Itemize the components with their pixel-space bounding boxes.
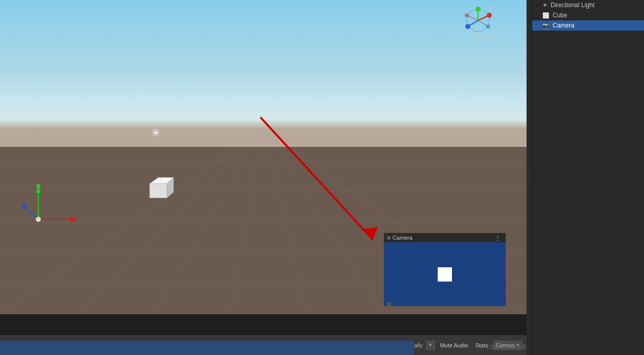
transform-gizmo bbox=[18, 184, 79, 230]
normally-dropdown-arrow: ▼ bbox=[428, 343, 433, 347]
gizmo-widget[interactable]: ✕ bbox=[463, 5, 493, 36]
camera-preview-body bbox=[384, 242, 506, 306]
camera-preview-menu-icon: ≡ bbox=[387, 235, 390, 241]
svg-point-18 bbox=[475, 7, 481, 12]
camera-preview-resize-handle[interactable] bbox=[387, 302, 391, 307]
hierarchy-item[interactable]: ☀Directional Light bbox=[532, 0, 644, 10]
hierarchy-item-label: Directional Light bbox=[551, 2, 594, 9]
camera-cube-render bbox=[438, 267, 452, 282]
hierarchy-panel: ☀Directional Light⬜Cube📷Camera bbox=[532, 0, 644, 355]
resize-dots-icon: · · · bbox=[527, 172, 532, 183]
scene-cube-object bbox=[146, 173, 171, 196]
svg-marker-33 bbox=[21, 204, 27, 209]
svg-marker-25 bbox=[150, 184, 167, 198]
svg-point-20 bbox=[465, 24, 470, 29]
main-container: < Persp bbox=[0, 0, 644, 355]
svg-point-35 bbox=[72, 217, 76, 221]
gizmo-close[interactable]: ✕ bbox=[489, 5, 493, 11]
hierarchy-item-icon: 📷 bbox=[542, 22, 550, 29]
svg-point-22 bbox=[465, 13, 469, 17]
hierarchy-item[interactable]: 📷Camera bbox=[532, 20, 644, 31]
camera-preview-more[interactable]: ⋮ bbox=[493, 234, 503, 242]
svg-point-16 bbox=[487, 13, 492, 18]
hierarchy-item-icon: ⬜ bbox=[542, 12, 550, 19]
scene-view: < Persp bbox=[0, 0, 527, 355]
camera-preview-header: ≡ Camera ⋮ bbox=[384, 233, 506, 242]
hierarchy-item[interactable]: ⬜Cube bbox=[532, 10, 644, 20]
svg-point-34 bbox=[36, 217, 41, 222]
camera-preview-title: Camera bbox=[392, 235, 412, 241]
hierarchy-item-label: Camera bbox=[553, 22, 575, 29]
viewport[interactable]: < Persp bbox=[0, 0, 527, 335]
mute-audio-button[interactable]: Mute Audio bbox=[438, 341, 470, 349]
svg-point-36 bbox=[36, 184, 40, 188]
hierarchy-item-icon: ☀ bbox=[542, 2, 547, 9]
bottom-status-strip bbox=[0, 341, 414, 355]
panel-resize-handle[interactable]: · · · bbox=[527, 0, 532, 355]
hierarchy-list: ☀Directional Light⬜Cube📷Camera bbox=[532, 0, 644, 31]
camera-preview-window: ≡ Camera ⋮ bbox=[384, 233, 506, 307]
watermark: CSDN @皮学渣 bbox=[487, 343, 527, 351]
directional-light-icon: ✳ bbox=[151, 126, 160, 140]
svg-point-24 bbox=[486, 24, 490, 29]
hierarchy-item-label: Cube bbox=[553, 12, 567, 19]
normally-dropdown[interactable]: ▼ bbox=[426, 341, 435, 350]
